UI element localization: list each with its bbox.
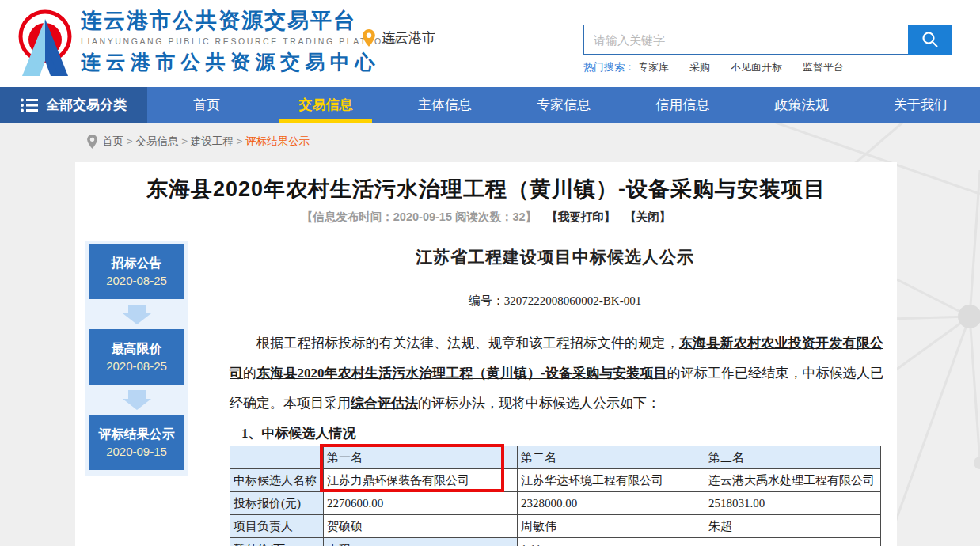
location-pin-icon <box>363 29 375 47</box>
table-row: 项目负责人贺硕硕周敏伟朱超 <box>230 515 881 538</box>
breadcrumb-item: 评标结果公示 <box>245 135 310 147</box>
search-bar <box>583 25 952 55</box>
publish-info: 【信息发布时间：2020-09-15 阅读次数：32】 <box>302 210 537 223</box>
breadcrumb-items: 首页 > 交易信息 > 建设工程 > 评标结果公示 <box>102 135 310 149</box>
city-name: 连云港市 <box>382 28 435 47</box>
nav-item-政策法规[interactable]: 政策法规 <box>742 87 860 123</box>
hot-search-link[interactable]: 专家库 <box>638 61 669 73</box>
timeline-step-date: 2020-08-25 <box>106 358 167 374</box>
nav-item-首页[interactable]: 首页 <box>147 87 266 123</box>
hot-search-link[interactable]: 不见面开标 <box>731 61 782 73</box>
bid-candidates-table: 第一名第二名第三名中标候选人名称江苏力鼎环保装备有限公司江苏华达环境工程有限公司… <box>230 446 881 546</box>
nav-item-关于我们[interactable]: 关于我们 <box>861 87 980 123</box>
breadcrumb-separator: > <box>234 135 245 147</box>
breadcrumb-pin-icon <box>87 135 97 149</box>
all-categories-label: 全部交易分类 <box>46 96 127 114</box>
timeline-step[interactable]: 招标公告2020-08-25 <box>89 244 184 299</box>
table-cell: 江苏华达环境工程有限公司 <box>518 469 705 492</box>
paragraph-text: 的评标办法，现将中标候选人公示如下： <box>418 396 660 411</box>
table-cell: 江苏力鼎环保装备有限公司 <box>324 469 518 492</box>
hot-search-link[interactable]: 采购 <box>689 61 710 73</box>
timeline-step-title: 最高限价 <box>112 340 162 358</box>
brand-block: 连云港市公共资源交易平台 LIANYUNGANG PUBLIC RESOURCE… <box>81 8 358 74</box>
table-row: 中标候选人名称江苏力鼎环保装备有限公司江苏华达环境工程有限公司连云港大禹水处理工… <box>230 469 881 492</box>
timeline-step-date: 2020-09-15 <box>106 443 167 460</box>
section-title: 1、中标候选人情况 <box>241 424 356 442</box>
timeline-down-arrow-icon <box>89 299 184 329</box>
table-cell <box>705 538 881 546</box>
paragraph-text: 根据工程招标投标的有关法律、法规、规章和该工程招标文件的规定， <box>256 336 679 351</box>
breadcrumb: 首页 > 交易信息 > 建设工程 > 评标结果公示 <box>87 135 310 149</box>
table-cell: 2328000.00 <box>518 492 705 515</box>
list-menu-icon <box>21 98 38 112</box>
timeline-step[interactable]: 最高限价2020-08-25 <box>89 329 184 385</box>
nav-item-专家信息[interactable]: 专家信息 <box>504 87 623 123</box>
nav-item-主体信息[interactable]: 主体信息 <box>386 87 504 123</box>
close-button[interactable]: 【关闭】 <box>625 210 670 223</box>
search-input[interactable] <box>583 25 908 55</box>
content-card: 东海县2020年农村生活污水治理工程（黄川镇）-设备采购与安装项目 【信息发布时… <box>75 162 897 546</box>
article-heading: 江苏省工程建设项目中标候选人公示 <box>230 246 880 268</box>
nav-items: 首页交易信息主体信息专家信息信用信息政策法规关于我们 <box>147 87 980 123</box>
table-cell: 连云港大禹水处理工程有限公司 <box>705 469 881 492</box>
page-title: 东海县2020年农村生活污水治理工程（黄川镇）-设备采购与安装项目 <box>75 175 897 203</box>
timeline-step-title: 招标公告 <box>112 255 162 272</box>
print-button[interactable]: 【我要打印】 <box>546 210 615 223</box>
breadcrumb-item[interactable]: 首页 <box>102 135 123 147</box>
hot-search-links: 专家库采购不见面开标监督平台 <box>638 60 864 74</box>
main-nav: 全部交易分类 首页交易信息主体信息专家信息信用信息政策法规关于我们 <box>0 87 980 123</box>
table-cell: 2518031.00 <box>705 492 881 515</box>
search-icon <box>921 30 940 49</box>
timeline-down-arrow-icon <box>89 385 184 415</box>
brand-title: 连云港市公共资源交易平台 <box>81 8 358 33</box>
paragraph-text: 的 <box>243 366 256 381</box>
breadcrumb-separator: > <box>178 135 190 147</box>
table-row-label: 中标候选人名称 <box>230 469 324 492</box>
nav-item-交易信息[interactable]: 交易信息 <box>266 87 385 123</box>
table-header-cell: 第三名 <box>705 446 881 469</box>
hot-search-prefix: 热门搜索： <box>583 60 635 74</box>
article-paragraph: 根据工程招标投标的有关法律、法规、规章和该工程招标文件的规定，东海县新农村农业投… <box>230 328 883 419</box>
bid-candidates-table-wrap: 第一名第二名第三名中标候选人名称江苏力鼎环保装备有限公司江苏华达环境工程有限公司… <box>230 446 880 546</box>
hot-search-row: 热门搜索： 专家库采购不见面开标监督平台 <box>583 60 864 74</box>
paragraph-emphasis: 东海县2020年农村生活污水治理工程（黄川镇）-设备采购与安装项目 <box>256 366 667 381</box>
city-selector[interactable]: 连云港市 <box>363 28 435 47</box>
table-header-cell <box>230 446 324 469</box>
timeline-step-date: 2020-08-25 <box>106 272 167 289</box>
table-row-label: 项目负责人 <box>230 515 324 538</box>
table-cell: 2270600.00 <box>324 492 518 515</box>
process-timeline: 招标公告2020-08-25最高限价2020-08-25评标结果公示2020-0… <box>85 241 188 476</box>
site-logo-icon <box>14 8 76 81</box>
brand-subtitle-en: LIANYUNGANG PUBLIC RESOURCE TRADING PLAT… <box>81 35 358 47</box>
table-header-cell: 第二名 <box>518 446 705 469</box>
table-cell: 1.11 <box>518 538 705 546</box>
table-header-cell: 第一名 <box>324 446 518 469</box>
table-header-row: 第一名第二名第三名 <box>230 446 881 469</box>
table-row-label: 暂估价(万 <box>230 538 324 546</box>
meta-line: 【信息发布时间：2020-09-15 阅读次数：32】 【我要打印】 【关闭】 <box>75 210 897 225</box>
breadcrumb-separator: > <box>123 135 135 147</box>
article-code-number: 编号：3207222008060002-BK-001 <box>230 294 880 309</box>
all-categories-button[interactable]: 全部交易分类 <box>0 87 147 123</box>
breadcrumb-item[interactable]: 交易信息 <box>135 135 178 147</box>
table-row-label: 工程 <box>324 538 518 546</box>
table-row: 投标报价(元)2270600.002328000.002518031.00 <box>230 492 881 515</box>
site-header: 连云港市公共资源交易平台 LIANYUNGANG PUBLIC RESOURCE… <box>0 0 980 87</box>
table-cell: 周敏伟 <box>518 515 705 538</box>
table-cell: 贺硕硕 <box>324 515 518 538</box>
timeline-step[interactable]: 评标结果公示2020-09-15 <box>89 415 184 470</box>
timeline-step-title: 评标结果公示 <box>99 426 175 443</box>
nav-item-信用信息[interactable]: 信用信息 <box>623 87 742 123</box>
table-row-label: 投标报价(元) <box>230 492 324 515</box>
brand-center-name: 连云港市公共资源交易中心 <box>81 49 358 74</box>
table-row-partial: 暂估价(万工程1.11 <box>230 538 881 546</box>
hot-search-link[interactable]: 监督平台 <box>803 61 844 73</box>
breadcrumb-item[interactable]: 建设工程 <box>191 135 234 147</box>
search-button[interactable] <box>908 25 952 55</box>
paragraph-emphasis: 综合评估法 <box>351 396 418 411</box>
table-cell: 朱超 <box>705 515 881 538</box>
